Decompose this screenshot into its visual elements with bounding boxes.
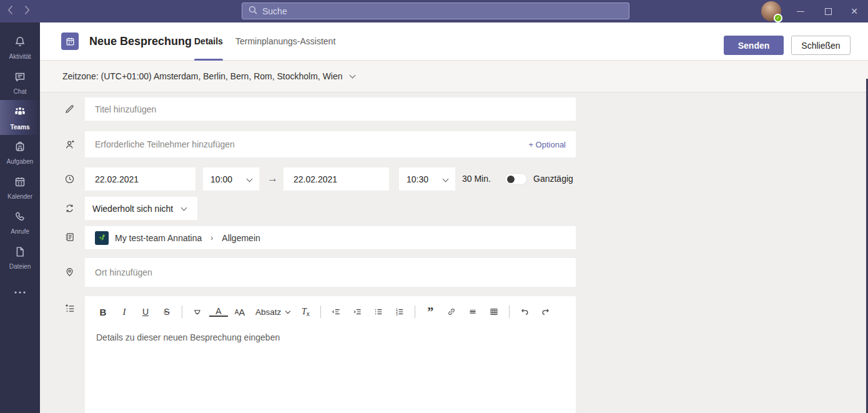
toolbar-divider bbox=[415, 306, 415, 318]
sidebar-item-label: Kalender bbox=[7, 193, 32, 200]
timezone-bar[interactable]: Zeitzone: (UTC+01:00) Amsterdam, Berlin,… bbox=[40, 61, 868, 92]
redo-button[interactable] bbox=[536, 304, 555, 320]
calendar-plus-icon bbox=[61, 32, 79, 50]
strikethrough-button[interactable]: S bbox=[157, 304, 176, 320]
sidebar-item-label: Aufgaben bbox=[7, 158, 34, 165]
bell-icon bbox=[13, 35, 27, 51]
indent-button[interactable] bbox=[348, 304, 367, 320]
pencil-icon bbox=[64, 103, 76, 117]
teams-icon bbox=[12, 104, 27, 122]
sidebar-item-teams[interactable]: Teams bbox=[0, 100, 40, 135]
numbered-list-button[interactable]: 123 bbox=[390, 304, 409, 320]
person-add-icon bbox=[64, 138, 76, 153]
channel-field[interactable]: My test-team Annatina › Allgemein bbox=[85, 226, 576, 249]
chevron-down-icon bbox=[285, 308, 290, 313]
agenda-icon bbox=[64, 302, 76, 317]
start-time-select[interactable]: 10:00 bbox=[203, 167, 259, 191]
details-editor[interactable]: B I U S A AA Absatz Tx 123 ” D bbox=[85, 296, 576, 413]
horizontal-rule-button[interactable] bbox=[463, 304, 482, 320]
start-date-input[interactable] bbox=[85, 167, 195, 191]
backpack-icon bbox=[13, 140, 27, 156]
recurrence-select[interactable]: Wiederholt sich nicht bbox=[85, 197, 197, 220]
undo-button[interactable] bbox=[515, 304, 534, 320]
start-date-field[interactable] bbox=[85, 167, 195, 191]
sidebar-item-anrufe[interactable]: Anrufe bbox=[0, 205, 40, 240]
details-placeholder[interactable]: Details zu dieser neuen Besprechung eing… bbox=[85, 324, 576, 351]
bold-button[interactable]: B bbox=[94, 304, 112, 320]
title-field[interactable] bbox=[85, 97, 576, 121]
repeat-icon bbox=[64, 202, 76, 217]
clear-format-button[interactable]: Tx bbox=[296, 304, 315, 320]
location-field[interactable] bbox=[85, 258, 576, 287]
chevron-right-icon: › bbox=[210, 234, 213, 242]
meeting-header: Neue Besprechung Details Terminplanungs-… bbox=[40, 22, 868, 61]
minimize-button[interactable] bbox=[788, 0, 813, 22]
chat-icon bbox=[13, 70, 27, 86]
sidebar-item-kalender[interactable]: Kalender bbox=[0, 170, 40, 205]
chevron-down-icon bbox=[443, 176, 449, 182]
more-apps-button[interactable] bbox=[0, 284, 40, 299]
toggle-knob bbox=[507, 176, 515, 183]
sidebar-item-aufgaben[interactable]: Aufgaben bbox=[0, 135, 40, 170]
italic-button[interactable]: I bbox=[115, 304, 134, 320]
location-icon bbox=[64, 266, 76, 281]
attendees-input[interactable] bbox=[85, 131, 576, 157]
all-day-label: Ganztägig bbox=[533, 167, 573, 191]
end-date-input[interactable] bbox=[284, 167, 389, 191]
duration-label: 30 Min. bbox=[462, 167, 491, 191]
table-button[interactable] bbox=[485, 304, 503, 320]
location-input[interactable] bbox=[85, 258, 576, 287]
tab-terminplanungs-assistent[interactable]: Terminplanungs-Assistent bbox=[235, 22, 335, 61]
toolbar-divider bbox=[509, 306, 510, 318]
team-name: My test-team Annatina bbox=[115, 233, 202, 243]
sidebar-item-dateien[interactable]: Dateien bbox=[0, 240, 40, 275]
status-available-icon: ✓ bbox=[774, 14, 782, 22]
chevron-down-icon bbox=[181, 204, 187, 211]
sidebar-item-label: Anrufe bbox=[11, 228, 29, 235]
search-input[interactable]: Suche bbox=[242, 2, 629, 19]
sidebar-item-chat[interactable]: Chat bbox=[0, 65, 40, 100]
toolbar-divider bbox=[320, 306, 321, 318]
quote-button[interactable]: ” bbox=[421, 304, 440, 320]
chevron-down-icon bbox=[247, 176, 253, 182]
sidebar-item-aktivitaet[interactable]: Aktivität bbox=[0, 30, 40, 65]
paragraph-style-button[interactable]: Absatz bbox=[252, 304, 293, 320]
font-color-button[interactable]: A bbox=[209, 307, 228, 317]
forward-icon[interactable] bbox=[24, 5, 30, 15]
highlight-button[interactable] bbox=[188, 304, 207, 320]
svg-text:3: 3 bbox=[396, 313, 398, 316]
back-icon[interactable] bbox=[7, 5, 13, 15]
bullet-list-button[interactable] bbox=[369, 304, 388, 320]
sidebar-item-label: Aktivität bbox=[9, 53, 31, 60]
timezone-label: Zeitzone: (UTC+01:00) Amsterdam, Berlin,… bbox=[62, 71, 343, 81]
chevron-down-icon bbox=[349, 72, 355, 78]
attendees-field[interactable]: + Optional bbox=[85, 131, 576, 157]
title-input[interactable] bbox=[85, 97, 576, 121]
phone-icon bbox=[13, 210, 27, 226]
clock-icon bbox=[64, 173, 76, 187]
font-size-button[interactable]: AA bbox=[230, 304, 249, 320]
end-time-select[interactable]: 10:30 bbox=[399, 167, 455, 191]
channel-icon bbox=[64, 231, 76, 246]
meeting-form: Neue Besprechung Details Terminplanungs-… bbox=[40, 22, 868, 413]
sidebar-item-label: Chat bbox=[13, 88, 26, 95]
maximize-button[interactable] bbox=[816, 0, 841, 22]
underline-button[interactable]: U bbox=[136, 304, 155, 320]
sidebar-item-label: Teams bbox=[11, 124, 30, 131]
formatting-toolbar: B I U S A AA Absatz Tx 123 ” bbox=[85, 296, 576, 324]
tab-details[interactable]: Details bbox=[194, 22, 223, 61]
app-rail: Aktivität Chat Teams Aufgaben Kalender A… bbox=[0, 22, 40, 413]
close-button[interactable]: Schließen bbox=[791, 36, 851, 55]
all-day-toggle[interactable] bbox=[505, 173, 527, 185]
close-window-button[interactable]: ✕ bbox=[842, 0, 867, 22]
send-button[interactable]: Senden bbox=[724, 36, 784, 55]
toolbar-divider bbox=[182, 306, 182, 318]
optional-attendees-link[interactable]: + Optional bbox=[528, 140, 566, 149]
team-avatar bbox=[95, 231, 109, 245]
file-icon bbox=[13, 245, 27, 261]
avatar[interactable]: ✓ bbox=[761, 1, 781, 21]
outdent-button[interactable] bbox=[327, 304, 345, 320]
end-date-field[interactable] bbox=[284, 167, 389, 191]
link-button[interactable] bbox=[442, 304, 461, 320]
sidebar-item-label: Dateien bbox=[9, 263, 31, 270]
